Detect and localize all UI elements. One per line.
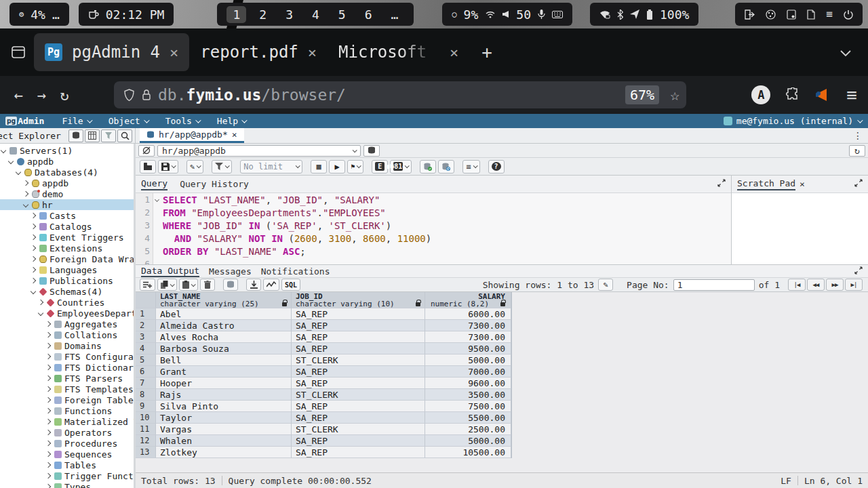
tree-item-employeesdepartments[interactable]: EmployeesDepartments (0, 308, 134, 319)
download-results-button[interactable] (246, 279, 261, 291)
chevron-down-icon[interactable] (225, 163, 230, 168)
chevron-right-icon[interactable] (45, 441, 51, 446)
tree-item-hr[interactable]: hr (0, 199, 134, 210)
chevron-right-icon[interactable] (45, 408, 51, 413)
chevron-right-icon[interactable] (45, 365, 51, 370)
results-grid[interactable]: LAST_NAMEcharacter varying (25)JOB_IDcha… (136, 292, 512, 458)
search-icon[interactable] (117, 129, 132, 142)
expand-panel-icon[interactable] (717, 179, 726, 189)
chevron-down-icon[interactable] (38, 310, 43, 316)
row-number[interactable]: 7 (136, 378, 156, 389)
workspace-5[interactable]: 5 (332, 6, 352, 23)
workspace-1[interactable]: 1 (226, 6, 246, 23)
table-row[interactable]: 3Alves RochaSA_REP7300.00 (136, 331, 511, 343)
cell-job_id[interactable]: SA_REP (292, 343, 425, 354)
row-number[interactable]: 3 (136, 331, 156, 343)
chevron-right-icon[interactable] (45, 419, 51, 424)
tray-menu-icon[interactable]: ≡ (826, 9, 833, 20)
cell-salary[interactable]: 9600.00 (425, 378, 511, 389)
sql-button[interactable]: SQL (281, 279, 300, 291)
chevron-right-icon[interactable] (31, 245, 36, 251)
extensions-puzzle-icon[interactable] (785, 87, 800, 102)
add-row-button[interactable] (140, 279, 155, 291)
browser-tab-report[interactable]: report.pdf × (189, 33, 328, 71)
table-row[interactable]: 11VargasST_CLERK2500.00 (136, 424, 511, 435)
tree-item-foreign-data-wrappers[interactable]: Foreign Data Wrappers (0, 253, 134, 264)
chevron-right-icon[interactable] (31, 235, 36, 240)
cancel-query-button[interactable]: ■ (311, 160, 327, 174)
connection-status-icon[interactable] (138, 145, 155, 157)
reload-button[interactable]: ↻ (53, 87, 76, 104)
explain-analyze-button[interactable]: ▮�814; (390, 160, 412, 174)
chevron-down-icon[interactable] (473, 163, 477, 168)
table-row[interactable]: 4Barbosa SouzaSA_REP9500.00 (136, 343, 511, 354)
cell-salary[interactable]: 7000.00 (425, 366, 511, 378)
row-number[interactable]: 10 (136, 412, 156, 424)
workspace-7[interactable]: … (385, 6, 405, 23)
column-header-job_id[interactable]: JOB_IDcharacter varying (10) (292, 292, 425, 308)
browser-menu-icon[interactable]: ≡ (846, 85, 857, 105)
chevron-down-icon[interactable] (191, 282, 196, 287)
commit-button[interactable] (420, 160, 436, 174)
chevron-down-icon[interactable] (23, 202, 28, 207)
scratch-pad-body[interactable] (732, 193, 868, 264)
cell-last_name[interactable]: Alves Rocha (156, 331, 292, 343)
query-tool-tab[interactable]: hr/app@appdb* × (140, 128, 244, 143)
row-number[interactable]: 6 (136, 366, 156, 378)
chevron-right-icon[interactable] (45, 386, 51, 392)
tree-item-schemas-4-[interactable]: Schemas(4) (0, 286, 134, 297)
open-file-button[interactable] (140, 160, 156, 174)
prev-page-button[interactable]: ◀◀ (807, 279, 825, 291)
tree-item-appdb[interactable]: appdb (0, 156, 134, 167)
chevron-right-icon[interactable] (23, 191, 28, 197)
scratch-pad-title[interactable]: Scratch Pad (737, 178, 795, 190)
table-row[interactable]: 13ZlotkeySA_REP10500.00 (136, 447, 511, 458)
cell-salary[interactable]: 2500.00 (425, 424, 511, 435)
chevron-right-icon[interactable] (45, 375, 51, 381)
cell-job_id[interactable]: SA_REP (292, 447, 425, 458)
macros-button[interactable]: ≡ (462, 160, 479, 174)
lock-icon[interactable] (142, 89, 151, 101)
globe-icon[interactable] (766, 9, 776, 20)
cell-salary[interactable]: 7300.00 (425, 331, 511, 343)
chevron-down-icon[interactable] (197, 163, 201, 168)
chevron-down-icon[interactable] (172, 163, 176, 168)
account-menu[interactable]: me@fymio.us (internal) (724, 116, 861, 126)
graph-visualiser-button[interactable] (263, 279, 279, 291)
tree-item-types[interactable]: Types (0, 481, 134, 488)
tree-item-fts-configurations[interactable]: FTS Configurations (0, 351, 134, 362)
row-number[interactable]: 11 (136, 424, 156, 435)
row-number[interactable]: 8 (136, 389, 156, 401)
cell-job_id[interactable]: SA_REP (292, 378, 425, 389)
tree-item-collations[interactable]: Collations (0, 329, 134, 340)
clock-widget[interactable]: 02:12 PM (79, 3, 174, 26)
delete-row-button[interactable] (200, 279, 215, 291)
sql-line-2[interactable]: 2FROM "EmployeesDepartments"."EMPLOYEES" (136, 206, 731, 219)
cell-salary[interactable]: 7500.00 (425, 401, 511, 412)
tree-item-casts[interactable]: Casts (0, 210, 134, 221)
page-number-input[interactable]: 1 (673, 279, 755, 291)
cell-job_id[interactable]: SA_REP (292, 366, 425, 378)
cell-job_id[interactable]: ST_CLERK (292, 389, 425, 401)
back-button[interactable]: ← (7, 87, 30, 104)
cell-salary[interactable]: 5500.00 (425, 412, 511, 424)
tree-item-catalogs[interactable]: Catalogs (0, 221, 134, 232)
profile-avatar[interactable]: A (751, 85, 770, 104)
chevron-right-icon[interactable] (45, 473, 51, 479)
table-row[interactable]: 8RajsST_CLERK3500.00 (136, 389, 511, 401)
refresh-button[interactable]: ↻ (849, 145, 865, 157)
table-row[interactable]: 9Silva PintoSA_REP7500.00 (136, 401, 511, 412)
tab-query[interactable]: Query (141, 178, 167, 190)
cpu-indicator[interactable]: ⚙ 4% … (9, 3, 69, 26)
list-tabs-icon[interactable] (840, 43, 852, 62)
table-row[interactable]: 10TaylorSA_REP5500.00 (136, 412, 511, 424)
chevron-right-icon[interactable] (31, 213, 36, 218)
sql-editor[interactable]: 1SELECT "LAST_NAME", "JOB_ID", "SALARY"2… (136, 193, 731, 264)
chevron-right-icon[interactable] (45, 332, 51, 338)
tab-messages[interactable]: Messages (209, 266, 252, 277)
tree-item-fts-parsers[interactable]: FTS Parsers (0, 373, 134, 384)
chevron-right-icon[interactable] (45, 397, 51, 403)
workspace-4[interactable]: 4 (306, 6, 326, 23)
tree-item-aggregates[interactable]: Aggregates (0, 319, 134, 329)
chevron-right-icon[interactable] (45, 430, 51, 435)
